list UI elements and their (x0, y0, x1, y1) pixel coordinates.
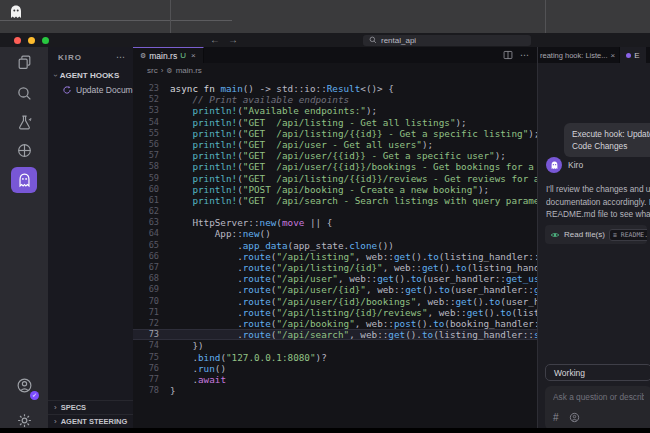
chip-label: README. (621, 231, 647, 239)
grid-icon[interactable] (11, 137, 37, 163)
nav-forward-button[interactable]: → (228, 33, 238, 47)
code-line[interactable]: 66 .route("/api/listing", web::get().to(… (133, 251, 537, 262)
chat-tab-execute[interactable]: E (619, 47, 645, 63)
account-icon[interactable]: ✓ (11, 372, 37, 398)
activity-bar: ✓ (0, 47, 48, 428)
code-line[interactable]: 55 println!("GET /api/listing/{{id}} - G… (133, 128, 537, 139)
user-message-line: Code Changes (572, 140, 650, 152)
section-agent-hooks[interactable]: › AGENT HOOKS (48, 67, 133, 83)
agent-row: Kiro (546, 157, 583, 173)
line-number: 23 (133, 83, 159, 94)
line-number: 53 (133, 105, 159, 116)
line-number: 54 (133, 117, 159, 128)
line-number: 58 (133, 161, 159, 172)
code-line[interactable]: 65 .app_data(app_state.clone()) (133, 240, 537, 251)
command-search-box[interactable]: rental_api (363, 35, 531, 46)
kiro-ghost-icon[interactable] (11, 167, 37, 193)
code-line[interactable]: 57 println!("GET /api/user/{{id}} - Get … (133, 150, 537, 161)
rust-file-icon: ⚙ (166, 67, 172, 75)
background-window-strip (0, 0, 650, 33)
line-number: 64 (133, 228, 159, 239)
code-lines[interactable]: 23async fn main() -> std::io::Result<()>… (133, 78, 537, 428)
section-agent-steering[interactable]: › AGENT STEERING (48, 414, 133, 428)
code-line[interactable]: 61 println!("GET /api/search - Search li… (133, 195, 537, 206)
code-line[interactable]: 56 println!("GET /api/user - Get all use… (133, 139, 537, 150)
rust-file-icon: ⚙ (140, 52, 146, 60)
code-line[interactable]: 53 println!("Available endpoints:"); (133, 105, 537, 116)
chat-panel-body: Execute hook: Update Code Changes Kiro I… (538, 63, 650, 428)
git-status-badge: U (180, 51, 186, 60)
code-line[interactable]: 71 .route("/api/listing/{id}/reviews", w… (133, 307, 537, 318)
code-text: .route("/api/search", web::get().to(list… (170, 329, 537, 340)
current-code-line[interactable]: 73 .route("/api/search", web::get().to(l… (133, 329, 537, 340)
line-number: 67 (133, 262, 159, 273)
code-line[interactable]: 23async fn main() -> std::io::Result<()>… (133, 83, 537, 94)
close-window-button[interactable] (14, 37, 21, 44)
breadcrumb-separator: › (161, 66, 164, 75)
code-line[interactable]: 77 .await (133, 374, 537, 385)
breadcrumb-root[interactable]: src (147, 66, 158, 75)
code-line[interactable]: 78} (133, 385, 537, 396)
gear-icon[interactable] (11, 407, 37, 428)
sidebar: KIRO ⋯ › AGENT HOOKS Update Document... … (48, 47, 133, 428)
account-badge: ✓ (30, 391, 39, 400)
code-line[interactable]: 76 .run() (133, 363, 537, 374)
chat-tab-creating-hook[interactable]: reating hook: Liste... × (538, 47, 619, 63)
chat-tab-label: reating hook: Liste... (540, 51, 608, 60)
minimize-window-button[interactable] (28, 37, 35, 44)
flask-icon[interactable] (11, 109, 37, 135)
code-line[interactable]: 75 .bind("127.0.0.1:8080")? (133, 352, 537, 363)
kiro-avatar (546, 157, 562, 173)
agent-message: I'll review the changes and updocumentat… (546, 183, 650, 221)
section-specs[interactable]: › SPECS (48, 400, 133, 414)
line-number: 69 (133, 284, 159, 295)
code-line[interactable]: 54 println!("GET /api/listing - Get all … (133, 117, 537, 128)
line-number: 77 (133, 374, 159, 385)
code-line[interactable]: 67 .route("/api/listing/{id}", web::get(… (133, 262, 537, 273)
kiro-app-window: ← → rental_api (0, 33, 650, 428)
hook-item-update-document[interactable]: Update Document... (48, 83, 133, 97)
close-tab-icon[interactable]: × (611, 51, 616, 60)
chevron-right-icon: › (54, 403, 57, 412)
backdrop-divider (545, 0, 546, 33)
model-selector-icon[interactable] (569, 412, 580, 423)
breadcrumb-file[interactable]: main.rs (176, 66, 202, 75)
editor-more-actions-icon[interactable]: ⋯ (520, 50, 529, 60)
code-line[interactable]: 62 (133, 206, 537, 217)
tab-main-rs[interactable]: ⚙ main.rs U × (133, 47, 204, 63)
code-line[interactable]: 63 HttpServer::new(move || { (133, 217, 537, 228)
sidebar-menu-icon[interactable]: ⋯ (116, 52, 125, 62)
code-line[interactable]: 64 App::new() (133, 228, 537, 239)
files-icon[interactable] (11, 49, 37, 75)
code-text: println!("GET /api/user/{{id}}/bookings … (170, 161, 537, 172)
close-tab-icon[interactable]: × (191, 51, 196, 60)
line-number: 56 (133, 139, 159, 150)
code-line[interactable]: 68 .route("/api/user", web::get().to(use… (133, 273, 537, 284)
line-number: 74 (133, 340, 159, 351)
line-number: 59 (133, 173, 159, 184)
read-files-row[interactable]: Read file(s) ≡ README. (545, 225, 647, 244)
code-text: HttpServer::new(move || { (170, 217, 332, 228)
maximize-window-button[interactable] (42, 37, 49, 44)
working-status: Working (545, 364, 650, 381)
code-line[interactable]: 52 // Print available endpoints (133, 94, 537, 105)
chat-input[interactable]: Ask a question or describe a # (545, 386, 650, 428)
code-line[interactable]: 72 .route("/api/booking", web::post().to… (133, 318, 537, 329)
breadcrumb[interactable]: src › ⚙ main.rs (133, 63, 537, 78)
code-line[interactable]: 69 .route("/api/user/{id}", web::get().t… (133, 284, 537, 295)
code-line[interactable]: 58 println!("GET /api/user/{{id}}/bookin… (133, 161, 537, 172)
code-line[interactable]: 60 println!("POST /api/booking - Create … (133, 184, 537, 195)
search-sidebar-icon[interactable] (11, 80, 37, 106)
code-text: .route("/api/listing", web::get().to(lis… (170, 251, 537, 262)
split-editor-icon[interactable] (503, 50, 513, 60)
hash-context-icon[interactable]: # (553, 412, 559, 423)
chat-input-placeholder: Ask a question or describe a (553, 392, 644, 402)
nav-back-button[interactable]: ← (210, 33, 220, 47)
line-number: 62 (133, 206, 159, 217)
readme-file-chip[interactable]: ≡ README. (609, 229, 647, 241)
code-line[interactable]: 74 }) (133, 340, 537, 351)
line-number: 60 (133, 184, 159, 195)
code-line[interactable]: 59 println!("GET /api/listing/{{id}}/rev… (133, 173, 537, 184)
code-line[interactable]: 70 .route("/api/user/{id}/bookings", web… (133, 296, 537, 307)
code-text: .route("/api/listing/{id}", web::get().t… (170, 262, 537, 273)
